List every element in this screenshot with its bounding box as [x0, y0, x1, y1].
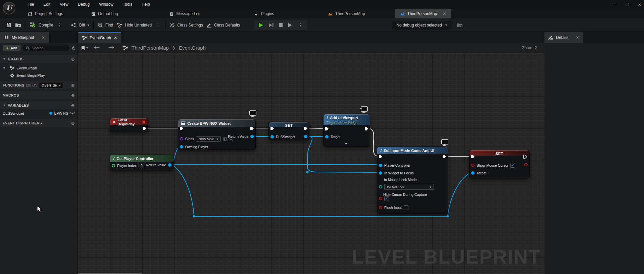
player-index-input[interactable]: 0 — [139, 163, 144, 168]
menu-view[interactable]: View — [55, 0, 73, 9]
use-selected-icon[interactable] — [223, 137, 227, 141]
exec-in-pin[interactable] — [325, 127, 329, 131]
tree-item-event-beginplay[interactable]: Event BeginPlay — [0, 72, 78, 79]
tab-details[interactable]: Details ✕ — [544, 32, 583, 43]
dlsswidget-pin[interactable]: DLSSwidget — [270, 135, 295, 139]
node-create-bpw-ngx-widget[interactable]: Create BPW NGX Widget Class BPW NGX ▾ Re… — [178, 119, 256, 150]
compile-button[interactable]: Compile — [30, 22, 53, 28]
menu-file[interactable]: File — [23, 0, 39, 9]
exec-in-pin[interactable] — [270, 126, 274, 130]
variable-row-dlsswidget[interactable]: DLSSwidget BPW NG — [0, 109, 78, 117]
tab-my-blueprint[interactable]: My Blueprint ✕ — [0, 32, 49, 43]
diff-button[interactable]: Diff ▾ — [71, 23, 89, 28]
target-pin[interactable]: Target — [325, 135, 340, 139]
mouse-lock-dropdown[interactable]: Do Not Lock ▾ — [384, 184, 434, 190]
exec-out-pin[interactable] — [304, 126, 308, 130]
browse-asset-icon[interactable] — [15, 22, 21, 28]
horizontal-scrollbar[interactable] — [78, 273, 142, 274]
target-pin[interactable]: Target — [471, 171, 486, 175]
in-widget-to-focus-pin[interactable]: In Widget to Focus — [379, 171, 414, 175]
section-variables[interactable]: ▼ VARIABLES ⊕ — [0, 101, 78, 109]
owning-player-pin[interactable]: Owning Player — [180, 145, 208, 149]
node-event-beginplay[interactable]: Event BeginPlay — [110, 118, 148, 132]
play-icon[interactable] — [258, 22, 263, 28]
show-mouse-cursor-checkbox[interactable]: ✓ — [510, 163, 515, 168]
add-function-icon[interactable]: ⊕ — [71, 83, 75, 88]
find-button[interactable]: Find — [98, 22, 113, 28]
forward-arrow-icon[interactable]: 🠖 — [106, 45, 117, 51]
exec-out-pin[interactable] — [250, 126, 254, 130]
tab-output-log[interactable]: Output Log — [86, 9, 123, 18]
section-macros[interactable]: MACROS ⊕ — [0, 91, 78, 99]
hide-unrelated-options-icon[interactable]: ⋮ — [155, 22, 161, 28]
close-tab-icon[interactable]: ✕ — [114, 36, 117, 40]
expand-chevron-icon[interactable]: ▾ — [345, 141, 347, 146]
debug-object-dropdown[interactable]: No debug object selected ▾ — [392, 21, 451, 30]
exec-in-pin[interactable] — [471, 155, 475, 159]
node-get-player-controller[interactable]: f Get Player Controller Player Index 0 R… — [110, 155, 174, 170]
in-mouse-lock-mode-pin[interactable]: Do Not Lock ▾ — [379, 184, 434, 190]
search-input[interactable] — [32, 46, 62, 50]
player-index-pin[interactable]: Player Index 0 — [112, 163, 144, 168]
menu-debug[interactable]: Debug — [73, 0, 94, 9]
breadcrumb-root[interactable]: ThirdPersonMap — [132, 45, 169, 51]
compile-options-icon[interactable]: ⋮ — [57, 22, 63, 28]
section-graphs[interactable]: ▼ GRAPHS ⊕ — [0, 55, 78, 63]
bool-out-pin[interactable] — [524, 163, 528, 166]
return-value-pin[interactable]: Return Value — [228, 134, 254, 139]
node-add-to-viewport[interactable]: f Add to Viewport Target is User Widget … — [323, 114, 370, 147]
close-panel-icon[interactable]: ✕ — [576, 35, 579, 40]
exec-in-pin[interactable] — [379, 155, 383, 159]
section-functions[interactable]: FUNCTIONS (20 OV Override ▾ ⊕ — [0, 81, 78, 89]
hide-cursor-pin[interactable]: ✓ — [379, 196, 389, 201]
exec-out-pin[interactable] — [143, 126, 147, 130]
class-pin[interactable]: Class BPW NGX ▾ — [180, 136, 233, 142]
exec-out-pin[interactable] — [442, 155, 446, 159]
class-select-dropdown[interactable]: BPW NGX ▾ — [196, 136, 221, 142]
tab-plugins[interactable]: Plugins — [249, 9, 279, 18]
add-macro-icon[interactable]: ⊕ — [71, 93, 75, 98]
event-graph-editor[interactable]: EventGraph ✕ ▾ 🠔 🠖 ThirdPersonMap ❯ Even… — [78, 32, 544, 274]
exec-out-pin[interactable] — [523, 155, 527, 159]
flush-input-pin[interactable]: Flush Input — [379, 205, 408, 210]
search-box[interactable] — [23, 45, 69, 51]
breadcrumb-current[interactable]: EventGraph — [179, 45, 206, 51]
hide-cursor-checkbox[interactable]: ✓ — [384, 196, 389, 201]
tab-eventgraph[interactable]: EventGraph ✕ — [78, 32, 121, 43]
class-settings-button[interactable]: Class Settings — [169, 22, 203, 28]
minimize-button[interactable]: — — [613, 2, 617, 7]
node-set-input-mode-game-and-ui[interactable]: f Set Input Mode Game And UI Player Cont… — [377, 147, 448, 214]
close-tab-icon[interactable]: ✕ — [443, 11, 446, 16]
node-set-dlsswidget[interactable]: SET DLSSwidget — [268, 122, 309, 140]
play-options-icon[interactable]: ⋮ — [297, 22, 303, 28]
breakpoint-icon[interactable] — [142, 120, 145, 124]
add-button[interactable]: + Add — [3, 45, 21, 51]
menu-help[interactable]: Help — [137, 0, 155, 9]
hide-unrelated-button[interactable]: Hide Unrelated — [116, 23, 152, 28]
player-controller-pin[interactable]: Player Controller — [379, 163, 410, 167]
back-arrow-icon[interactable]: 🠔 — [91, 45, 102, 51]
advance-icon[interactable] — [288, 23, 293, 28]
tree-item-eventgraph[interactable]: ▼ EventGraph — [0, 64, 78, 72]
menu-tools[interactable]: Tools — [118, 0, 137, 9]
add-variable-icon[interactable]: ⊕ — [71, 103, 75, 108]
stop-icon[interactable] — [279, 23, 283, 27]
section-event-dispatchers[interactable]: EVENT DISPATCHERS ⊕ — [0, 119, 78, 127]
debug-browse-icon[interactable] — [457, 22, 463, 28]
return-value-pin[interactable]: Return Value — [146, 163, 171, 167]
class-defaults-button[interactable]: Class Defaults — [206, 22, 240, 28]
tab-project-settings[interactable]: Project Settings — [23, 9, 68, 18]
flush-input-checkbox[interactable] — [404, 205, 408, 210]
add-graph-icon[interactable]: ⊕ — [71, 57, 75, 62]
exec-in-pin[interactable] — [180, 126, 184, 130]
show-mouse-cursor-pin[interactable]: Show Mouse Cursor ✓ — [471, 163, 515, 168]
tab-message-log[interactable]: Message Log — [164, 9, 206, 18]
save-icon[interactable] — [6, 22, 12, 28]
maximize-button[interactable]: ❐ — [626, 2, 629, 7]
override-dropdown[interactable]: Override ▾ — [39, 82, 63, 88]
node-set-show-mouse-cursor[interactable]: SET Show Mouse Cursor ✓ Target — [469, 150, 530, 178]
close-panel-icon[interactable]: ✕ — [42, 35, 45, 40]
eye-closed-icon[interactable] — [70, 112, 75, 115]
value-out-pin[interactable] — [304, 135, 307, 138]
add-dispatcher-icon[interactable]: ⊕ — [71, 121, 75, 126]
